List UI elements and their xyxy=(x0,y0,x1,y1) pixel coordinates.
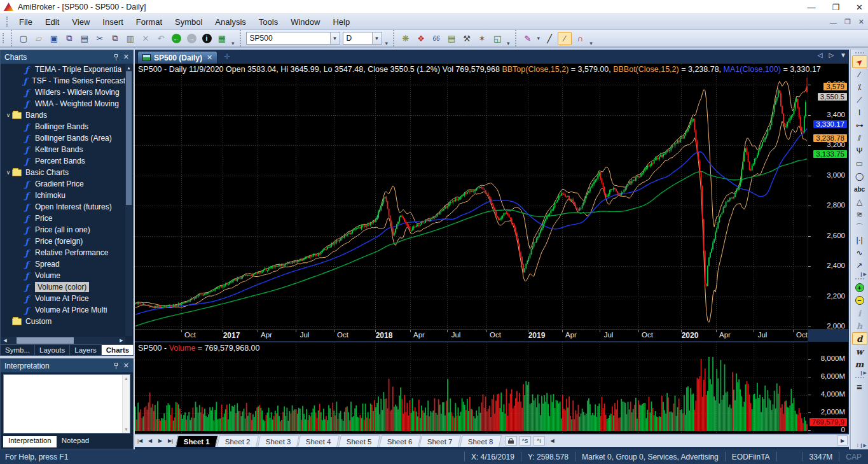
interpretation-content[interactable]: ▲ ▼ xyxy=(3,374,130,433)
paste-icon[interactable]: ▥ xyxy=(123,32,137,45)
sheet-scroll-right-button[interactable]: ▶ xyxy=(837,435,848,446)
menu-symbol[interactable]: Symbol xyxy=(169,15,209,29)
price-axis[interactable]: 3,6003,4003,2003,0002,8002,6002,4002,200… xyxy=(808,64,848,329)
toolbar-grip[interactable] xyxy=(3,33,4,43)
fib-timezone-tool-icon[interactable]: |·| xyxy=(852,234,867,246)
menu-edit[interactable]: Edit xyxy=(39,15,65,29)
volume-axis[interactable]: 8,000M6,000M4,000M2,000M0769,579,9 xyxy=(808,342,848,433)
save-icon[interactable]: ▣ xyxy=(47,32,61,45)
sheet-nav-0[interactable]: |◀ xyxy=(135,436,145,446)
scroll-up-icon[interactable]: ▲ xyxy=(125,64,132,71)
lock-icon[interactable] xyxy=(506,436,517,446)
tree-item-price[interactable]: ƒPrice xyxy=(1,213,125,224)
horizontal-line-tool-icon[interactable]: ⊶ xyxy=(852,119,867,132)
sheet-nav-1[interactable]: ◀ xyxy=(145,436,155,446)
tree-item-wma-weighted-moving[interactable]: ƒWMA - Weighted Moving xyxy=(1,98,125,109)
tree-item-keltner-bands[interactable]: ƒKeltner Bands xyxy=(1,144,125,155)
panel-tab-layouts[interactable]: Layouts xyxy=(35,345,70,355)
panel-tab-layers[interactable]: Layers xyxy=(70,345,102,355)
sheet-tab-sheet8[interactable]: Sheet 8 xyxy=(460,435,501,447)
charts-panel-caption[interactable]: Charts ✕ xyxy=(1,50,133,64)
tree-item-open-interest-futures-[interactable]: ƒOpen Interest (futures) xyxy=(1,201,125,213)
extended-line-tool-icon[interactable]: ⟋ xyxy=(852,94,867,106)
tree-horizontal-scrollbar[interactable]: ◀ ▶ xyxy=(1,337,125,344)
draw-pencil-icon[interactable]: ✎ xyxy=(521,32,535,45)
mdi-close-button[interactable]: ✕ xyxy=(858,18,864,26)
new-file-icon[interactable]: ▢ xyxy=(17,32,31,45)
tree-item-volume-at-price-multi[interactable]: ƒVolume At Price Multi xyxy=(1,304,125,316)
tree-item-tsf-time-series-forecast[interactable]: ƒTSF - Time Series Forecast xyxy=(1,75,125,87)
analysis-hammer-icon[interactable]: ⚒ xyxy=(460,32,474,45)
interp-tab-interpretation[interactable]: Interpretation xyxy=(3,436,57,447)
scroll-right-icon[interactable]: ▶ xyxy=(118,337,125,344)
text-tool-icon[interactable]: abc xyxy=(852,183,867,195)
interval-tick-icon[interactable]: i xyxy=(852,307,867,320)
chevron-down-icon[interactable]: ∨ xyxy=(4,112,12,118)
zoom-out-icon[interactable]: − xyxy=(852,294,867,307)
restore-button[interactable]: ❐ xyxy=(832,3,839,12)
menu-view[interactable]: View xyxy=(65,15,96,29)
cut-icon[interactable]: ✂ xyxy=(93,32,107,45)
close-icon[interactable]: ✕ xyxy=(123,53,129,61)
sheet-tab-sheet6[interactable]: Sheet 6 xyxy=(379,435,420,447)
close-icon[interactable]: ✕ xyxy=(123,362,129,370)
close-button[interactable]: ✕ xyxy=(856,3,863,12)
title-bar[interactable]: AmiBroker - [SP500 - SP500 - Daily] — ❐ … xyxy=(0,0,868,14)
fib-retracement-tool-icon[interactable]: ≋ xyxy=(852,208,867,221)
minimize-button[interactable]: — xyxy=(807,3,815,12)
tree-item-gradient-price[interactable]: ƒGradient Price xyxy=(1,178,125,190)
menu-help[interactable]: Help xyxy=(326,15,356,29)
tree-item-relative-performance[interactable]: ƒRelative Performance xyxy=(1,247,125,258)
color-settings-icon[interactable]: ❖ xyxy=(414,32,428,45)
rectangle-tool-icon[interactable]: ▭ xyxy=(852,157,867,170)
wizard-icon[interactable]: ✶ xyxy=(475,32,489,45)
pin-icon[interactable] xyxy=(114,54,118,60)
tree-item-volume-color-[interactable]: ƒVolume (color) xyxy=(1,281,125,293)
tree-item-volume[interactable]: ƒVolume xyxy=(1,270,125,281)
interval-hourly-icon[interactable]: h xyxy=(852,320,867,332)
tree-item-wilders-wilders-moving[interactable]: ƒWilders - Wilders Moving xyxy=(1,87,125,98)
toolbar-overflow-icon[interactable]: ▾ xyxy=(230,40,237,46)
tree-item-bollinger-bands[interactable]: ƒBollinger Bands xyxy=(1,121,125,132)
toolbar-overflow-icon[interactable]: ▾ xyxy=(588,40,595,46)
formula-editor-icon[interactable]: ▦ xyxy=(215,32,229,45)
mdi-minimize-button[interactable]: — xyxy=(830,18,837,26)
chevron-down-icon[interactable]: ▼ xyxy=(330,32,340,44)
triangle-tool-icon[interactable]: △ xyxy=(852,195,867,208)
tree-folder-custom[interactable]: Custom xyxy=(1,316,125,327)
interpretation-scrollbar[interactable]: ▲ ▼ xyxy=(122,375,130,433)
scrollbar-thumb[interactable] xyxy=(126,71,132,205)
open-folder-icon[interactable]: ▱ xyxy=(32,32,46,45)
pitchfork-tool-icon[interactable]: Ψ xyxy=(852,144,867,157)
document-tab-sp500-daily[interactable]: SP500 (Daily) ✕ xyxy=(137,51,217,64)
vertical-line-tool-icon[interactable]: ǀ xyxy=(852,106,867,119)
tree-folder-basic-charts[interactable]: ∨Basic Charts xyxy=(1,167,125,178)
interval-combo[interactable]: D ▼ xyxy=(343,32,382,45)
menu-window[interactable]: Window xyxy=(284,15,326,29)
dock-float-icon[interactable]: ✛ xyxy=(224,52,230,61)
explore-icon[interactable]: 66 xyxy=(429,32,443,45)
forward-icon[interactable]: → xyxy=(184,32,198,45)
scan-chart-icon[interactable]: ◱ xyxy=(490,32,504,45)
trendline-tool-icon[interactable]: ╱ xyxy=(542,32,556,45)
tab-close-icon[interactable]: ✕ xyxy=(207,53,212,62)
tree-item-price-foreign-[interactable]: ƒPrice (foreign) xyxy=(1,236,125,247)
menu-insert[interactable]: Insert xyxy=(96,15,130,29)
ellipse-tool-icon[interactable]: ◯ xyxy=(852,170,867,183)
tree-item-percent-bands[interactable]: ƒPercent Bands xyxy=(1,155,125,167)
tree-item-spread[interactable]: ƒSpread xyxy=(1,258,125,270)
sheet-tab-sheet5[interactable]: Sheet 5 xyxy=(338,435,380,447)
chevron-down-icon[interactable]: ∨ xyxy=(4,169,12,176)
pointer-tool-icon[interactable]: ➤ xyxy=(852,55,867,68)
back-icon[interactable]: ← xyxy=(169,32,183,45)
sheet-tab-sheet1[interactable]: Sheet 1 xyxy=(176,435,218,447)
panel-tab-symb[interactable]: Symb... xyxy=(1,345,35,355)
zigzag-tool-icon[interactable]: ∿ xyxy=(852,246,867,259)
tab-scroll-right-icon[interactable]: ▷ xyxy=(829,52,834,59)
tree-vertical-scrollbar[interactable]: ▲ xyxy=(125,64,132,336)
menubar-grip[interactable] xyxy=(6,17,8,27)
tree-item-volume-at-price[interactable]: ƒVolume At Price xyxy=(1,293,125,304)
toolbar-expand-icon[interactable]: ❙▶ xyxy=(860,272,867,277)
tree-item-price-all-in-one-[interactable]: ƒPrice (all in one) xyxy=(1,224,125,236)
dashed-line-tool-icon[interactable]: ⁄ xyxy=(558,32,572,45)
